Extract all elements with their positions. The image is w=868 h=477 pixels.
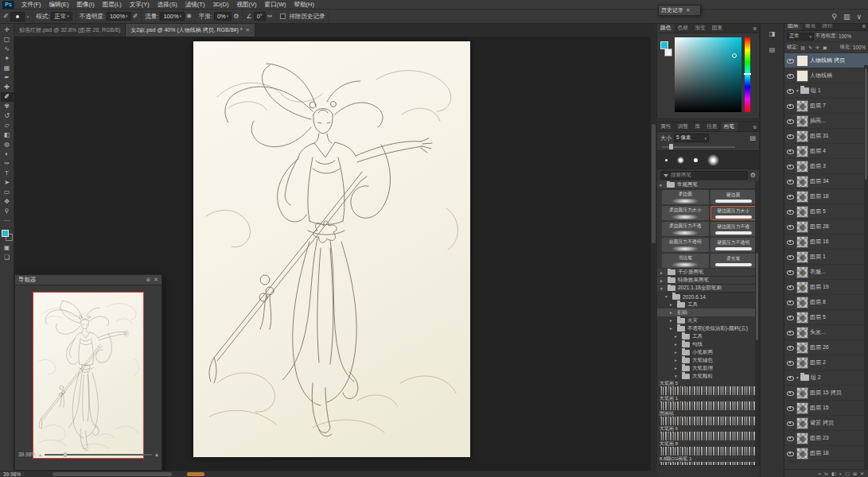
menu-item[interactable]: 窗口(W)	[260, 1, 290, 9]
layer-row[interactable]: 人物线稿	[784, 68, 868, 83]
crop-tool[interactable]: ▦	[1, 64, 14, 73]
brush-preset[interactable]: 硬圆压力不透明	[710, 238, 757, 252]
brush-folder-row[interactable]: 2021.1.18全部笔刷	[657, 285, 759, 293]
brush-preset[interactable]: 柔光笔	[710, 254, 757, 268]
brush-folder-row[interactable]: 特殊效果画笔	[657, 277, 759, 285]
navigator-thumbnail[interactable]	[33, 292, 144, 459]
layer-thumbnail[interactable]	[796, 176, 808, 188]
layer-thumbnail[interactable]	[796, 312, 808, 324]
brush-tip-icon[interactable]	[677, 157, 684, 164]
color-swatches[interactable]	[2, 230, 13, 241]
move-tool[interactable]: ✛	[1, 25, 14, 35]
document-tab[interactable]: 鲸落红鲤.psd @ 32.8% (图层 28, RGB/8)	[14, 24, 126, 37]
menu-item[interactable]: 文件(F)	[18, 1, 45, 9]
brush-preset[interactable]: 书法笔	[662, 254, 709, 268]
layer-row[interactable]: 图层 15 拷贝	[784, 386, 868, 401]
brush-folder-row[interactable]: 工具	[657, 332, 759, 340]
brush-tip-icon[interactable]	[694, 158, 698, 162]
brush-list-scrollbar[interactable]	[755, 181, 759, 465]
visibility-toggle[interactable]	[786, 330, 795, 335]
vertical-scrollbar[interactable]	[650, 37, 656, 471]
magic-wand-tool[interactable]: ✦	[1, 54, 14, 64]
brush-preset[interactable]: 硬边圆	[710, 190, 757, 204]
lock-all-icon[interactable]: ▣	[823, 45, 827, 50]
menu-item[interactable]: 视图(V)	[232, 1, 260, 9]
layer-row[interactable]: 图层 1	[784, 250, 868, 265]
visibility-toggle[interactable]	[786, 164, 795, 169]
brush-folder-row[interactable]: 勾线	[657, 340, 759, 348]
zoom-out-icon[interactable]: ▴	[39, 452, 41, 457]
brush-group-header[interactable]: 常规画笔	[657, 181, 759, 189]
brush-preset[interactable]: 硬边圆压力大小	[710, 206, 757, 220]
layer-thumbnail[interactable]	[796, 448, 808, 460]
layer-row[interactable]: 图层 18	[784, 446, 868, 461]
panel-tab[interactable]: 库	[691, 122, 703, 131]
close-icon[interactable]: ✕	[245, 27, 249, 33]
brush-folder-row[interactable]: 2020.6.14	[657, 293, 759, 301]
chevron-icon[interactable]	[660, 278, 665, 283]
panel-tab[interactable]: 渐变	[691, 23, 709, 33]
layer-thumbnail[interactable]	[796, 161, 808, 173]
chevron-icon[interactable]	[670, 310, 675, 315]
layer-thumbnail[interactable]	[796, 130, 808, 142]
chevron-icon[interactable]	[670, 318, 675, 323]
saturation-square[interactable]	[675, 37, 741, 112]
panel-tab[interactable]: 颜色	[657, 23, 675, 33]
brush-settings-icon[interactable]: ▤	[749, 134, 756, 142]
screen-mode-button[interactable]: ❏	[1, 253, 14, 262]
healing-brush-tool[interactable]: ✚	[1, 83, 14, 92]
brush-sample[interactable]: 大笔画 8	[657, 440, 759, 456]
brush-folder-row[interactable]: 大笔肌理	[657, 364, 759, 372]
workspace-layout-icon[interactable]: ▥	[843, 13, 850, 21]
visibility-toggle[interactable]	[786, 285, 795, 290]
visibility-toggle[interactable]	[786, 118, 795, 124]
chevron-icon[interactable]	[675, 374, 679, 378]
fill-value[interactable]: 100%	[853, 45, 866, 50]
airbrush-icon[interactable]: ❋	[186, 13, 192, 20]
pen-tool[interactable]: ✑	[1, 159, 14, 169]
chevron-icon[interactable]	[660, 286, 665, 291]
visibility-toggle[interactable]	[786, 360, 795, 366]
layer-row[interactable]: 插画...	[784, 114, 868, 129]
close-icon[interactable]: ✕	[154, 277, 158, 283]
brush-folder-row[interactable]: 工具	[657, 301, 759, 308]
chevron-icon[interactable]	[670, 302, 675, 307]
history-panel-tab[interactable]: 历史记录 ✕	[658, 5, 701, 16]
layer-row[interactable]: 图层 5	[784, 310, 868, 325]
visibility-toggle[interactable]	[786, 239, 795, 245]
pressure-opacity-icon[interactable]: ✐	[133, 13, 138, 20]
smoothing-value[interactable]: 0%▾	[214, 12, 232, 21]
layer-thumbnail[interactable]	[796, 342, 808, 354]
layer-row[interactable]: 组 1	[784, 83, 868, 99]
layer-thumbnail[interactable]	[796, 402, 808, 414]
layer-row[interactable]: 图层 23	[784, 431, 868, 446]
brush-tool-icon[interactable]: ✐	[3, 13, 9, 20]
chevron-icon[interactable]	[675, 342, 679, 347]
path-select-tool[interactable]: ➤	[1, 178, 14, 188]
chevron-icon[interactable]	[675, 366, 679, 370]
visibility-toggle[interactable]	[786, 149, 795, 154]
visibility-toggle[interactable]	[786, 270, 795, 275]
visibility-toggle[interactable]	[786, 103, 795, 109]
layer-thumbnail[interactable]	[796, 100, 808, 112]
lock-transparency-icon[interactable]: ▨	[800, 45, 805, 50]
pressure-size-icon[interactable]: ✑	[267, 13, 273, 20]
gear-icon[interactable]: ⚙	[750, 172, 756, 179]
layer-mask-icon[interactable]: ◧	[831, 471, 836, 476]
layer-thumbnail[interactable]	[796, 115, 808, 127]
dodge-tool[interactable]: ◐	[1, 149, 14, 159]
layer-effects-icon[interactable]: fx	[824, 471, 828, 476]
panel-tab[interactable]: 属性	[657, 122, 675, 131]
color-cursor[interactable]	[732, 53, 737, 58]
flow-value[interactable]: 100%▾	[160, 12, 185, 21]
layer-group-icon[interactable]: ▢	[845, 471, 850, 476]
smoothing-gear-icon[interactable]: ⚙	[233, 13, 239, 20]
visibility-toggle[interactable]	[786, 405, 795, 411]
layer-row[interactable]: 背景 拷贝	[784, 416, 868, 431]
lock-position-icon[interactable]: ✛	[815, 45, 819, 50]
panel-menu-icon[interactable]: ≣	[146, 277, 150, 283]
hue-slider[interactable]	[745, 37, 750, 112]
layer-thumbnail[interactable]	[796, 266, 808, 278]
brush-preset[interactable]: 硬边圆压力不透	[710, 222, 757, 236]
opacity-value[interactable]: 100%▾	[107, 12, 131, 21]
